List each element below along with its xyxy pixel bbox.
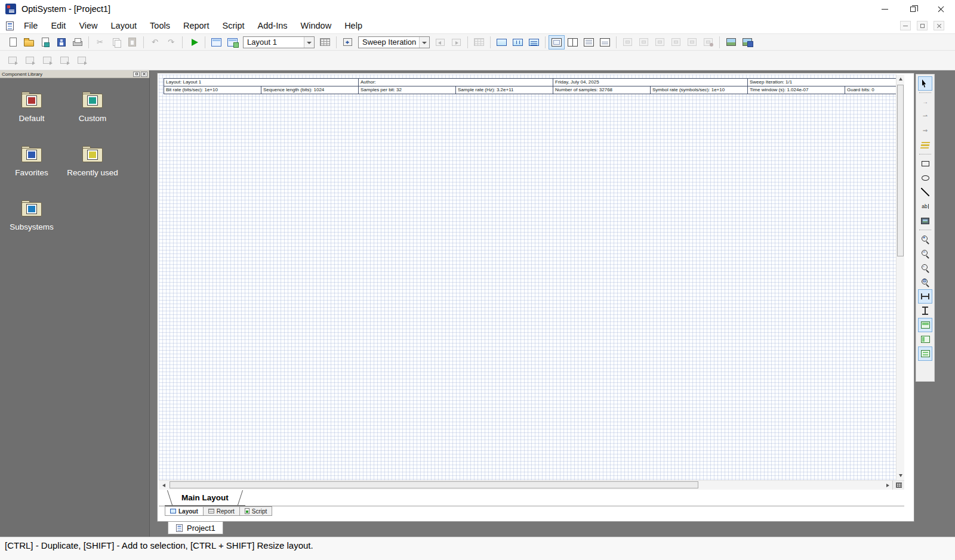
paste-button[interactable] [124,35,140,49]
library-item-recently-used[interactable]: Recently used [62,146,123,177]
export-image-button[interactable] [723,35,739,49]
next-sweep-button[interactable] [448,35,464,49]
scroll-up-button[interactable] [897,75,905,83]
layout-snap-button[interactable] [918,332,932,346]
monitor-view-2-button[interactable] [510,35,526,49]
text-tool-button[interactable]: ab [918,199,932,214]
small-tool-3-button[interactable] [39,53,55,67]
connect-tool-button[interactable]: ⇀ [918,109,932,123]
scroll-down-button[interactable] [897,471,905,480]
save-button[interactable] [53,35,69,49]
zoom-in-button[interactable]: + [918,232,932,246]
fit-vertical-button[interactable] [918,304,932,318]
chevron-down-icon[interactable] [419,37,429,48]
zoom-page-button[interactable]: ▫ [918,261,932,275]
vertical-scrollbar[interactable] [896,75,904,480]
layout-select[interactable]: Layout 1 [243,36,315,48]
layout-thumbnails-button[interactable] [892,481,904,490]
split-view-button[interactable] [565,35,581,49]
component-library-caption[interactable]: Component Library [0,70,149,78]
monitor-view-1-button[interactable] [494,35,510,49]
undock-panel-button[interactable] [133,72,140,77]
scroll-left-button[interactable] [159,481,168,490]
mdi-restore-button[interactable] [917,21,928,30]
undo-button[interactable]: ↶ [147,35,163,49]
duplicate-layout-button[interactable] [224,35,241,49]
menu-help[interactable]: Help [338,21,369,30]
minimize-button[interactable] [871,0,899,18]
subsystem-tool-6-button[interactable] [700,35,716,49]
previous-sweep-button[interactable] [432,35,448,49]
close-panel-button[interactable] [141,72,147,77]
draw-path-tool-button[interactable] [918,138,932,152]
menu-tools[interactable]: Tools [143,21,177,30]
mdi-close-button[interactable] [934,21,944,30]
close-button[interactable] [927,0,955,18]
layout-parameters-button[interactable] [317,35,333,49]
description-view-button[interactable] [597,35,613,49]
menu-edit[interactable]: Edit [44,21,72,30]
report-view-button[interactable] [581,35,597,49]
monitor-view-3-button[interactable] [526,35,542,49]
library-item-favorites[interactable]: Favorites [1,146,62,177]
cut-button[interactable]: ✂ [92,35,108,49]
layout-grid-button[interactable] [918,318,932,332]
small-tool-4-button[interactable] [57,53,72,67]
auto-connect-tool-button[interactable]: ⇒ [918,123,932,138]
layout-view-button[interactable] [549,35,565,49]
save-as-button[interactable] [37,35,53,49]
results-table-button[interactable] [471,35,487,49]
tab-script[interactable]: Script [239,506,273,516]
main-layout-tab[interactable]: Main Layout [165,490,245,506]
horizontal-scrollbar[interactable] [159,480,904,490]
print-button[interactable] [69,35,85,49]
calculate-button[interactable] [186,35,202,49]
small-tool-2-button[interactable] [22,53,38,67]
fit-horizontal-button[interactable] [918,289,932,304]
edit-tool-button[interactable]: → [918,95,932,109]
new-layout-button[interactable] [208,35,224,49]
small-tool-5-button[interactable] [74,53,90,67]
horizontal-scroll-thumb[interactable] [170,481,698,488]
zoom-selection-button[interactable]: ⊡ [918,275,932,289]
chevron-down-icon[interactable] [304,37,314,48]
menu-window[interactable]: Window [294,21,338,30]
ellipse-tool-button[interactable] [918,171,932,185]
menu-script[interactable]: Script [215,21,251,30]
mdi-minimize-button[interactable] [900,21,911,30]
menu-add-ins[interactable]: Add-Ins [251,21,294,30]
subsystem-tool-5-button[interactable] [684,35,700,49]
new-button[interactable] [5,35,21,49]
project-tab[interactable]: Project1 [168,521,223,534]
copy-button[interactable] [108,35,124,49]
restore-button[interactable] [899,0,927,18]
rectangle-tool-button[interactable] [918,156,932,171]
document-icon[interactable] [6,21,14,30]
menu-file[interactable]: File [17,21,44,30]
scroll-right-button[interactable] [883,481,892,490]
open-button[interactable] [21,35,37,49]
redo-button[interactable]: ↷ [163,35,179,49]
sweep-iteration-select[interactable]: Sweep Iteration [358,36,430,48]
menu-layout[interactable]: Layout [104,21,144,30]
subsystem-tool-3-button[interactable] [652,35,668,49]
library-item-custom[interactable]: Custom [62,91,123,123]
zoom-out-button[interactable]: − [918,246,932,261]
layout-settings-button[interactable] [918,346,932,361]
line-tool-button[interactable] [918,185,932,199]
layout-canvas[interactable]: Layout: Layout 1 Author: Friday, July 04… [159,75,896,480]
subsystem-tool-2-button[interactable] [636,35,652,49]
select-tool-button[interactable] [918,76,932,91]
menu-view[interactable]: View [72,21,104,30]
library-item-default[interactable]: Default [1,91,62,123]
menu-report[interactable]: Report [177,21,216,30]
image-tool-button[interactable] [918,214,932,228]
tab-report[interactable]: Report [203,506,240,516]
library-item-subsystems[interactable]: Subsystems [1,200,62,231]
sweep-mode-button[interactable] [340,35,356,49]
horizontal-scroll-track[interactable] [168,481,883,490]
vertical-scroll-thumb[interactable] [897,85,904,256]
subsystem-tool-4-button[interactable] [668,35,684,49]
save-image-button[interactable] [739,35,755,49]
small-tool-1-button[interactable] [5,53,20,67]
